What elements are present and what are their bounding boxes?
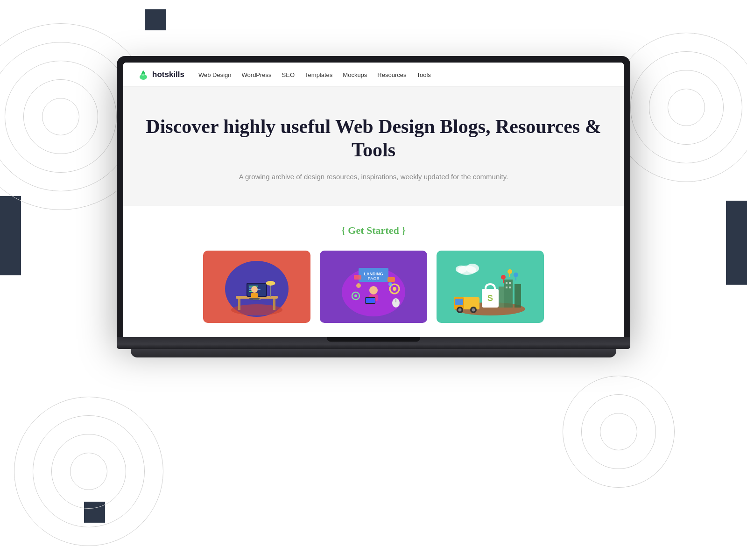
decorative-square-3 <box>0 196 21 275</box>
hero-subtitle: A growing archive of design resources, i… <box>142 171 605 182</box>
decorative-square-2 <box>84 502 105 523</box>
svg-rect-52 <box>509 282 511 284</box>
svg-point-16 <box>251 286 258 293</box>
circle-group-bottomleft <box>0 383 177 560</box>
svg-rect-14 <box>270 284 271 297</box>
logo-text: hotskills <box>152 70 184 79</box>
svg-rect-17 <box>251 293 258 298</box>
laptop-mockup: hotskills Web Design WordPress SEO Templ… <box>117 56 630 357</box>
site-content: { Get Started } <box>123 206 624 337</box>
site-navbar: hotskills Web Design WordPress SEO Templ… <box>123 63 624 87</box>
decorative-square-4 <box>726 205 747 285</box>
svg-rect-32 <box>395 299 396 302</box>
svg-rect-50 <box>499 287 504 308</box>
laptop-screen-inner: hotskills Web Design WordPress SEO Templ… <box>123 63 624 337</box>
nav-link-mockups[interactable]: Mockups <box>343 71 367 78</box>
svg-rect-4 <box>238 299 240 310</box>
card-1-illustration <box>203 251 310 323</box>
nav-item-tools[interactable]: Tools <box>417 70 431 79</box>
svg-point-15 <box>266 281 275 286</box>
nav-item-seo[interactable]: SEO <box>282 70 295 79</box>
nav-item-templates[interactable]: Templates <box>305 70 332 79</box>
laptop-foot <box>131 349 616 357</box>
svg-rect-51 <box>506 282 507 284</box>
svg-point-55 <box>501 275 506 280</box>
svg-point-23 <box>369 286 378 294</box>
svg-rect-33 <box>354 275 361 280</box>
card-landingpage[interactable]: LANDING PAGE <box>320 251 427 323</box>
decorative-bar-right-1 <box>726 201 747 224</box>
hero-title: Discover highly useful Web Design Blogs,… <box>142 115 605 162</box>
svg-point-60 <box>456 266 467 273</box>
svg-text:PAGE: PAGE <box>368 276 379 281</box>
svg-point-56 <box>514 273 518 277</box>
cards-row: LANDING PAGE <box>142 251 605 323</box>
svg-point-45 <box>458 308 462 312</box>
get-started-heading: { Get Started } <box>142 224 605 237</box>
svg-rect-26 <box>366 298 375 303</box>
nav-link-templates[interactable]: Templates <box>305 71 332 78</box>
nav-link-tools[interactable]: Tools <box>417 71 431 78</box>
svg-point-57 <box>507 269 512 274</box>
svg-point-59 <box>466 264 479 273</box>
nav-item-resources[interactable]: Resources <box>377 70 406 79</box>
svg-point-36 <box>388 282 392 286</box>
nav-item-wordpress[interactable]: WordPress <box>242 70 272 79</box>
svg-rect-34 <box>388 277 395 282</box>
nav-link-seo[interactable]: SEO <box>282 71 295 78</box>
svg-rect-5 <box>273 299 275 310</box>
svg-point-35 <box>356 283 361 288</box>
nav-link-webdesign[interactable]: Web Design <box>198 71 232 78</box>
svg-text:S: S <box>487 294 493 303</box>
card-2-illustration: LANDING PAGE <box>320 251 427 323</box>
nav-item-webdesign[interactable]: Web Design <box>198 70 232 79</box>
svg-point-47 <box>472 308 475 312</box>
nav-link-wordpress[interactable]: WordPress <box>242 71 272 78</box>
svg-text:LANDING: LANDING <box>364 272 383 276</box>
site-logo: hotskills <box>137 69 184 81</box>
laptop-base <box>117 337 630 349</box>
card-ecommerce[interactable]: S <box>437 251 544 323</box>
svg-rect-53 <box>506 287 507 288</box>
decorative-square-1 <box>145 9 166 30</box>
nav-link-resources[interactable]: Resources <box>377 71 406 78</box>
svg-rect-43 <box>455 299 463 305</box>
flame-icon <box>137 69 149 81</box>
svg-point-30 <box>354 294 357 297</box>
circle-group-bottomright <box>537 350 700 513</box>
site-hero: Discover highly useful Web Design Blogs,… <box>123 87 624 206</box>
svg-rect-54 <box>509 287 511 288</box>
card-webdesign[interactable] <box>203 251 310 323</box>
svg-point-28 <box>393 287 396 291</box>
svg-rect-49 <box>514 284 521 308</box>
laptop-screen-outer: hotskills Web Design WordPress SEO Templ… <box>117 56 630 337</box>
decorative-bar-right-3 <box>726 257 747 280</box>
card-3-illustration: S <box>437 251 544 323</box>
site-navigation: Web Design WordPress SEO Templates Mocku… <box>198 70 431 79</box>
svg-rect-48 <box>504 280 513 308</box>
svg-rect-18 <box>249 298 260 300</box>
decorative-bar-right-2 <box>726 229 747 252</box>
nav-item-mockups[interactable]: Mockups <box>343 70 367 79</box>
laptop-hinge <box>327 337 420 342</box>
